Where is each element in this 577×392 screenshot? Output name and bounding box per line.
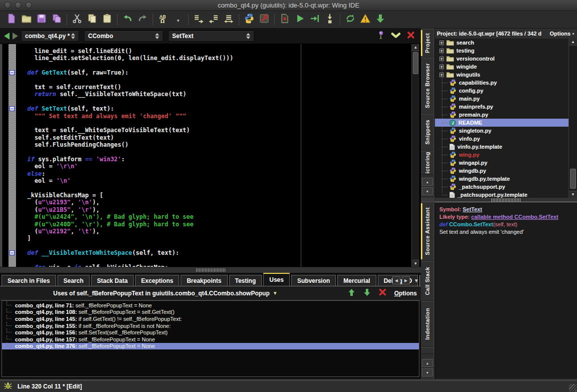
filename-combo[interactable]: combo_qt4.py * [21, 31, 79, 42]
scroll-down-icon[interactable]: ▼ [569, 191, 577, 198]
side-tab-project[interactable]: Project [421, 29, 434, 58]
project-tree-item[interactable]: +wingide [435, 63, 568, 71]
tab-search[interactable]: Search [58, 275, 90, 286]
strip-scroll-up-icon[interactable]: ▲ [422, 359, 433, 367]
expand-icon[interactable]: + [439, 57, 444, 61]
zoom-window-icon[interactable] [26, 2, 32, 9]
project-tree-item[interactable]: _patchsupport.py.template [435, 191, 568, 198]
right-splitter[interactable] [434, 198, 577, 202]
code-editor[interactable]: −−− line_edit = self.lineEdit() line_edi… [0, 44, 421, 267]
project-tree-item[interactable]: wing.py [435, 151, 568, 159]
project-tree-item[interactable]: main.py [435, 95, 568, 103]
panel-menu-chevron-icon[interactable]: ▼ [414, 278, 419, 283]
run-debug-button[interactable] [292, 12, 307, 27]
chevron-down-icon[interactable] [391, 32, 401, 41]
side-tab-source-assistant[interactable]: Source Assistant [421, 202, 434, 261]
strip-scroll-down-icon[interactable]: ▼ [422, 187, 433, 195]
class-combo[interactable]: CCombo [84, 31, 163, 42]
indent-right-button[interactable] [191, 12, 206, 27]
horizontal-splitter[interactable] [0, 267, 421, 273]
project-tree-item[interactable]: vinfo.py.template [435, 143, 568, 151]
python-shell-button[interactable] [242, 12, 257, 27]
back-button[interactable] [4, 33, 10, 40]
tab-search-in-files[interactable]: Search in Files [2, 275, 56, 286]
search-replace-button[interactable]: ABΩ [156, 12, 171, 27]
warning-button[interactable] [358, 12, 373, 27]
uses-row[interactable]: combo_qt4.py, line 155: if self._fBefore… [2, 322, 419, 329]
scroll-down-icon[interactable]: ▼ [412, 260, 419, 267]
scrollbar-thumb[interactable] [413, 52, 418, 74]
scroll-up-icon[interactable]: ▲ [412, 44, 419, 51]
project-options-button[interactable]: Options▼ [550, 31, 575, 37]
project-tree-item[interactable]: config.py [435, 87, 568, 95]
uses-row[interactable]: combo_qt4.py, line 108: self._fBeforePop… [2, 309, 419, 316]
undo-button[interactable] [120, 12, 135, 27]
restart-debug-button[interactable] [343, 12, 358, 27]
fold-marker-icon[interactable]: − [10, 70, 15, 75]
strip-scroll-down-icon[interactable]: ▼ [422, 368, 433, 376]
side-tab-call-stack[interactable]: Call Stack [421, 261, 434, 301]
uses-row[interactable]: combo_qt4.py, line 376: self._fBeforePop… [2, 343, 419, 350]
expand-icon[interactable]: + [439, 73, 444, 77]
cut-button[interactable] [70, 12, 85, 27]
expand-icon[interactable]: + [439, 65, 444, 69]
close-icon[interactable] [407, 31, 415, 41]
title-bar[interactable]: combo_qt4.py (guiutils): ide-5.0-qt.wpr:… [0, 0, 577, 11]
symbol-link[interactable]: SetText [462, 206, 482, 212]
side-tab-snippets[interactable]: Snippets [421, 114, 434, 151]
tab-stack-data[interactable]: Stack Data [91, 275, 134, 286]
tab-exceptions[interactable]: Exceptions [135, 275, 179, 286]
method-combo[interactable]: SetText [168, 31, 254, 42]
bug-icon[interactable] [4, 382, 13, 391]
save-all-button[interactable] [49, 12, 64, 27]
fold-margin[interactable]: −−− [9, 44, 16, 267]
project-tree-item[interactable]: wingapi.py [435, 159, 568, 167]
uses-title-dropdown[interactable]: Uses of self._fBeforePopupText in guiuti… [0, 286, 331, 300]
forward-button[interactable] [13, 33, 18, 40]
indent-toggle-button[interactable] [221, 12, 236, 27]
project-tree-item[interactable]: mainprefs.py [435, 103, 568, 111]
tab-mercurial[interactable]: Mercurial [337, 275, 376, 286]
scrollbar-thumb[interactable] [570, 169, 576, 189]
expand-icon[interactable]: + [439, 49, 444, 53]
side-tab-indentation[interactable]: Indentation [421, 301, 434, 347]
pin-icon[interactable] [377, 31, 385, 42]
debug-properties-button[interactable] [257, 12, 272, 27]
project-tree-item[interactable]: vinfo.py [435, 135, 568, 143]
copy-button[interactable] [85, 12, 100, 27]
project-scrollbar[interactable]: ▲ ▼ [568, 39, 577, 198]
uses-row[interactable]: combo_qt4.py, line 145: if self.GetText(… [2, 315, 419, 322]
menu-arrow-button[interactable]: ▼ [171, 12, 186, 27]
tab-scroll-right-icon[interactable]: ▶ [402, 276, 410, 284]
fold-marker-icon[interactable]: − [10, 250, 15, 255]
tab-subversion[interactable]: Subversion [291, 275, 336, 286]
tab-scroll-left-icon[interactable]: ◀ [392, 276, 400, 284]
step-over-button[interactable] [322, 12, 337, 27]
type-link[interactable]: callable method CCombo.SetText [471, 214, 558, 220]
step-into-button[interactable] [307, 12, 322, 27]
project-tree-item[interactable]: premain.py [435, 111, 568, 119]
indent-left-button[interactable] [206, 12, 221, 27]
side-tab-partial[interactable] [421, 347, 434, 354]
previous-use-button[interactable] [348, 288, 355, 298]
tab-partial[interactable] [419, 275, 420, 286]
expand-icon[interactable]: + [439, 41, 444, 45]
uses-options-button[interactable]: Options [394, 290, 417, 297]
redo-button[interactable] [135, 12, 150, 27]
project-tree-item[interactable]: +wingutils [435, 71, 568, 79]
project-tree-item[interactable]: wingdb.py [435, 167, 568, 175]
resize-grip[interactable] [569, 384, 576, 391]
project-tree-item[interactable]: capabilities.py [435, 79, 568, 87]
project-tree-item[interactable]: iREADME [435, 119, 568, 127]
uses-row[interactable]: combo_qt4.py, line 156: self.SetText(sel… [2, 329, 419, 336]
project-tree-item[interactable]: singleton.py [435, 127, 568, 135]
side-tab-source-browser[interactable]: Source Browser [421, 58, 434, 114]
project-tree-item[interactable]: +versioncontrol [435, 55, 568, 63]
project-tree-item[interactable]: _patchsupport.py [435, 183, 568, 191]
open-folder-button[interactable] [19, 12, 34, 27]
paste-button[interactable] [100, 12, 115, 27]
new-file-button[interactable] [4, 12, 19, 27]
fold-marker-icon[interactable]: − [10, 106, 15, 111]
close-window-icon[interactable] [5, 2, 11, 9]
next-use-button[interactable] [363, 288, 371, 298]
